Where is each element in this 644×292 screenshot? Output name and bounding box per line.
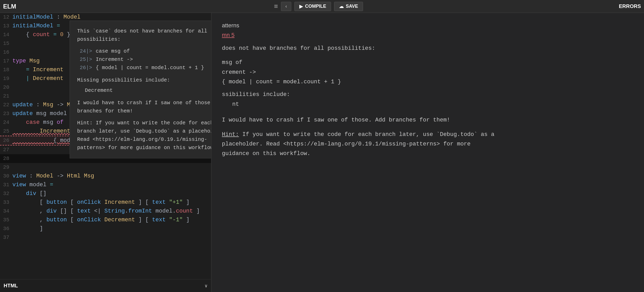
code-line-35: 35 , button [ onClick Decrement ] [ text…: [0, 216, 211, 224]
nav-back-button[interactable]: ‹: [281, 2, 291, 11]
tooltip-missing-item: Decrement: [77, 86, 212, 95]
error-missing-item: nt: [222, 100, 634, 109]
cloud-icon: ☁: [339, 4, 344, 9]
bottom-label: HTML: [4, 283, 18, 289]
toolbar: ELM ≡ ‹ ▶ COMPILE ☁ SAVE ERRORS: [0, 0, 644, 13]
hint-body: If you want to write the code for each b…: [222, 131, 494, 157]
error-code-line-2: crement ->: [222, 68, 634, 77]
tooltip-header: This `case` does not have branches for a…: [77, 27, 212, 44]
error-description: does not have branches for all possibili…: [222, 44, 634, 53]
chevron-left-icon: ‹: [285, 4, 288, 9]
code-line-33: 33 [ button [ onClick Increment ] [ text…: [0, 198, 211, 207]
error-missing-header: ssibilities include:: [222, 90, 634, 99]
tooltip-hint: Hint: If you want to write the code for …: [77, 119, 212, 152]
code-line-36: 36 ]: [0, 224, 211, 233]
editor-pane: 12 initialModel : Model 13 initialModel …: [0, 13, 212, 292]
hamburger-icon[interactable]: ≡: [274, 2, 278, 10]
code-line-30: 30 view : Model -> Html Msg: [0, 172, 211, 181]
error-crash-text: I would have to crash if I saw one of th…: [222, 115, 634, 125]
tooltip-code-line-2: 25|> Increment ->: [80, 55, 212, 64]
toolbar-right: ERRORS: [363, 3, 641, 9]
error-panel: atterns mn 5 does not have branches for …: [212, 13, 644, 292]
tooltip-code-block: 24|> case msg of 25|> Increment -> 26|> …: [77, 47, 212, 72]
code-line-31: 31 view model =: [0, 181, 211, 189]
code-line-29: 29: [0, 163, 211, 172]
code-line-34: 34 , div [] [ text <| String.fromInt mod…: [0, 207, 211, 216]
error-hint-section: Hint: If you want to write the code for …: [222, 130, 634, 159]
error-link[interactable]: mn 5: [222, 30, 634, 40]
play-icon: ▶: [299, 4, 303, 9]
compile-button[interactable]: ▶ COMPILE: [294, 2, 331, 11]
code-line-32: 32 div []: [0, 189, 211, 198]
code-line-12: 12 initialModel : Model: [0, 13, 211, 22]
error-missing-section: ssibilities include: nt: [222, 90, 634, 109]
tooltip-missing-header: Missing possibilities include:: [77, 76, 212, 84]
code-line-37: 37: [0, 233, 211, 242]
save-button[interactable]: ☁ SAVE: [334, 2, 363, 11]
error-code-block: msg of crement -> { model | count = mode…: [222, 58, 634, 87]
toolbar-left: ELM ≡: [3, 2, 281, 10]
error-tooltip: This `case` does not have branches for a…: [70, 21, 212, 158]
errors-label: ERRORS: [619, 3, 641, 9]
error-breadcrumb: atterns: [222, 21, 634, 30]
app-title: ELM: [3, 3, 16, 10]
tooltip-code-line-1: 24|> case msg of: [80, 47, 212, 55]
error-code-line-1: msg of: [222, 58, 634, 67]
error-code-line-3: { model | count = model.count + 1 }: [222, 77, 634, 87]
chevron-down-icon[interactable]: ∨: [205, 283, 207, 289]
main-area: 12 initialModel : Model 13 initialModel …: [0, 13, 644, 292]
toolbar-center: ‹ ▶ COMPILE ☁ SAVE: [281, 2, 363, 11]
error-breadcrumb-section: atterns mn 5: [222, 21, 634, 40]
bottom-panel: HTML ∨: [0, 279, 211, 292]
hint-label: Hint:: [222, 131, 239, 138]
tooltip-crash-text: I would have to crash if I saw one of th…: [77, 99, 212, 115]
tooltip-code-line-3: 26|> { model | count = model.count + 1 }: [80, 64, 212, 72]
